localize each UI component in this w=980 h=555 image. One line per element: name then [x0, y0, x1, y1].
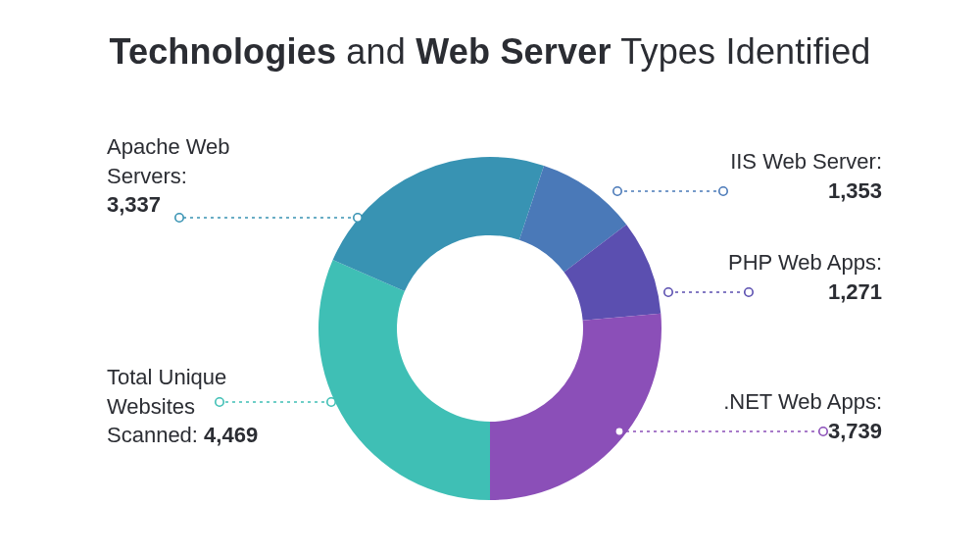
- label-iis-value: 1,353: [828, 178, 882, 203]
- label-apache: Apache WebServers:3,337: [107, 132, 303, 220]
- label-net-value: 3,739: [828, 419, 882, 443]
- label-total-line3-prefix: Scanned:: [107, 423, 204, 447]
- leader-endpoint: [327, 398, 335, 406]
- label-total-line2: Websites: [107, 394, 195, 419]
- label-php-value: 1,271: [828, 279, 882, 304]
- label-total-value: 4,469: [204, 423, 258, 447]
- label-total: Total Unique Websites Scanned: 4,469: [107, 363, 313, 450]
- donut-chart: Apache WebServers:3,337 Total Unique Web…: [0, 0, 980, 555]
- donut-slice: [318, 260, 490, 500]
- donut-slice: [333, 157, 544, 291]
- donut-slice: [490, 314, 662, 500]
- label-iis: IIS Web Server:1,353: [666, 147, 882, 205]
- label-total-line1: Total Unique: [107, 365, 226, 389]
- label-apache-value: 3,337: [107, 192, 161, 217]
- leader-endpoint: [613, 187, 621, 195]
- label-net: .NET Web Apps:3,739: [666, 387, 882, 445]
- leader-endpoint: [354, 214, 362, 222]
- label-php: PHP Web Apps:1,271: [666, 248, 882, 306]
- leader-endpoint: [615, 428, 623, 435]
